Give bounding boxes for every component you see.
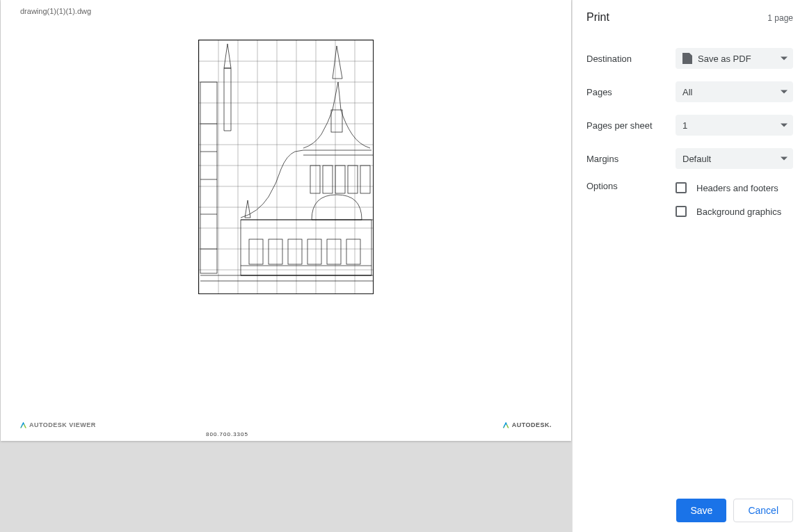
page-icon	[682, 53, 692, 64]
checkbox-headers-footers[interactable]: Headers and footers	[676, 182, 781, 193]
pages-per-sheet-value: 1	[682, 120, 687, 131]
checkbox-icon	[676, 206, 687, 217]
checkbox-label-background-graphics: Background graphics	[696, 207, 781, 217]
chevron-down-icon	[781, 57, 788, 61]
svg-rect-34	[335, 166, 345, 193]
checkbox-icon	[676, 182, 687, 193]
autodesk-logo-icon	[20, 422, 26, 428]
preview-footer-right: AUTODESK.	[503, 421, 552, 428]
save-button[interactable]: Save	[676, 499, 726, 522]
autodesk-logo-icon	[503, 422, 509, 428]
drawing-preview	[198, 40, 374, 294]
row-destination: Destination Save as PDF	[586, 47, 793, 70]
pages-per-sheet-select[interactable]: 1	[676, 115, 793, 136]
svg-rect-38	[249, 239, 263, 264]
chevron-down-icon	[781, 124, 788, 127]
label-destination: Destination	[586, 54, 676, 64]
margins-select[interactable]: Default	[676, 148, 793, 169]
panel-header: Print 1 page	[586, 11, 793, 24]
label-margins: Margins	[586, 154, 676, 164]
footer-left-text: AUTODESK VIEWER	[29, 421, 96, 428]
print-settings-panel: Print 1 page Destination Save as PDF Pag…	[572, 0, 807, 532]
label-options: Options	[586, 181, 676, 191]
svg-rect-41	[307, 239, 321, 264]
row-margins: Margins Default	[586, 147, 793, 170]
drawing-legend-number: 800.700.3305	[206, 431, 248, 437]
chevron-down-icon	[781, 90, 788, 94]
document-filename: drawing(1)(1)(1).dwg	[20, 7, 91, 15]
row-pages-per-sheet: Pages per sheet 1	[586, 114, 793, 136]
checkbox-label-headers-footers: Headers and footers	[696, 183, 778, 193]
preview-page: drawing(1)(1)(1).dwg	[1, 0, 571, 441]
svg-rect-42	[327, 239, 341, 264]
pages-select[interactable]: All	[676, 81, 793, 102]
footer-right-text: AUTODESK.	[512, 421, 552, 428]
svg-rect-22	[200, 82, 217, 273]
row-pages: Pages All	[586, 81, 793, 103]
print-preview-pane: drawing(1)(1)(1).dwg	[0, 0, 572, 532]
destination-value: Save as PDF	[698, 54, 751, 64]
svg-rect-32	[310, 166, 320, 193]
page-count: 1 page	[767, 13, 793, 23]
panel-footer: Save Cancel	[676, 499, 793, 522]
label-pages-per-sheet: Pages per sheet	[586, 120, 676, 131]
cancel-button[interactable]: Cancel	[733, 499, 793, 522]
destination-select[interactable]: Save as PDF	[676, 48, 793, 69]
pages-value: All	[682, 87, 692, 97]
svg-rect-39	[269, 239, 282, 264]
chevron-down-icon	[781, 157, 788, 161]
svg-rect-36	[360, 166, 370, 193]
options-group: Headers and footers Background graphics	[676, 181, 781, 217]
checkbox-background-graphics[interactable]: Background graphics	[676, 206, 781, 217]
panel-title: Print	[586, 11, 609, 24]
preview-footer-left: AUTODESK VIEWER	[20, 421, 96, 428]
margins-value: Default	[682, 154, 711, 164]
svg-rect-43	[346, 239, 360, 264]
svg-rect-40	[288, 239, 302, 264]
svg-rect-33	[323, 166, 333, 193]
label-pages: Pages	[586, 87, 676, 97]
svg-rect-35	[348, 166, 358, 193]
row-options: Options Headers and footers Background g…	[586, 181, 793, 217]
svg-rect-28	[331, 110, 342, 132]
